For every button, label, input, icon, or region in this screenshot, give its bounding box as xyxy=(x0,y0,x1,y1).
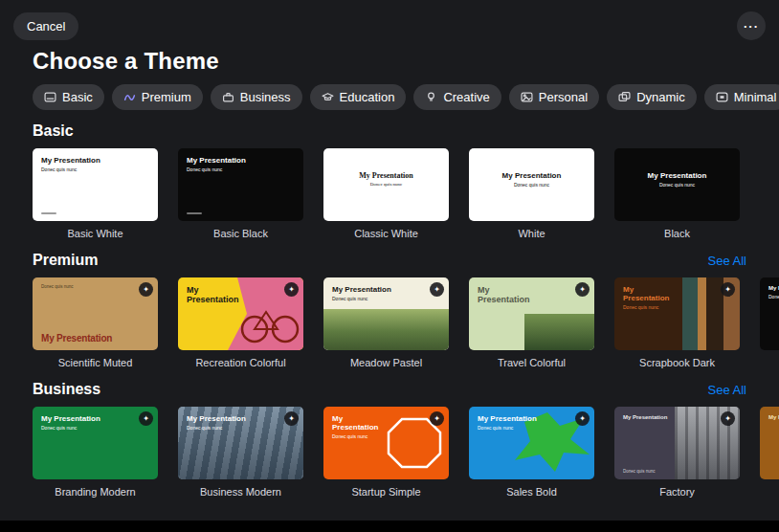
card-text: My Presentation Donec quis nunc xyxy=(329,171,443,188)
theme-card-meadow-pastel[interactable]: My Presentation Donec quis nunc ✦ xyxy=(323,277,449,350)
theme-item[interactable]: My Presentation Donec quis nunc ✦ Meadow… xyxy=(323,277,449,368)
card-text: My Presentation xyxy=(768,414,779,421)
theme-item[interactable]: My Presentation Donec quis nunc ✦ Startu… xyxy=(323,407,449,498)
page-title: Choose a Theme xyxy=(33,48,779,75)
theme-card-basic-black[interactable]: My Presentation Donec quis nunc xyxy=(178,148,303,221)
chip-label: Dynamic xyxy=(636,90,685,104)
theme-card-partial[interactable]: My Presentation ✦ xyxy=(760,407,779,479)
theme-card-partial[interactable]: My Presentation Donec quis nunc xyxy=(760,277,779,350)
theme-card-factory[interactable]: My Presentation Donec quis nunc ✦ xyxy=(614,407,740,479)
section-title: Basic xyxy=(33,122,74,140)
theme-item[interactable]: My Presentation Donec quis nunc Black xyxy=(614,148,740,239)
premium-star-badge: ✦ xyxy=(284,282,299,297)
top-bar: Cancel ··· xyxy=(0,0,779,40)
card-subtitle: Donec quis nunc xyxy=(623,304,679,310)
lightbulb-icon xyxy=(425,91,437,103)
theme-item[interactable]: Donec quis nunc My Presentation ✦ Scient… xyxy=(33,277,158,368)
card-subtitle: Donec quis nunc xyxy=(41,166,149,172)
theme-card-startup-simple[interactable]: My Presentation Donec quis nunc ✦ xyxy=(323,407,449,479)
see-all-link-business[interactable]: See All xyxy=(708,383,746,397)
theme-row-basic: My Presentation Donec quis nunc Basic Wh… xyxy=(0,148,779,239)
card-title: My Presentation xyxy=(187,414,295,423)
travel-photo-graphic xyxy=(524,314,594,350)
theme-item[interactable]: My Presentation Donec quis nunc Basic Wh… xyxy=(33,148,158,239)
card-title: My Presentation xyxy=(768,285,779,292)
card-title: My Presentation xyxy=(41,156,149,165)
card-text: My Presentation Donec quis nunc xyxy=(332,285,440,301)
filter-chip-basic[interactable]: Basic xyxy=(33,84,104,110)
filter-chip-minimal[interactable]: Minimal xyxy=(704,84,779,110)
section-basic: Basic My Presentation Donec quis nunc Ba… xyxy=(0,122,779,239)
card-title: My Presentation xyxy=(475,171,589,180)
theme-card-sales-bold[interactable]: My Presentation Donec quis nunc ✦ xyxy=(469,407,594,479)
card-subtitle: Donec quis nunc xyxy=(332,433,389,439)
card-text: My Presentation Donec quis nunc xyxy=(475,171,589,188)
premium-squiggle-icon xyxy=(123,91,136,103)
theme-row-business: My Presentation Donec quis nunc ✦ Brandi… xyxy=(0,407,779,498)
card-title: My Presentation xyxy=(332,285,440,294)
briefcase-icon xyxy=(222,91,234,103)
filter-chip-row: Basic Premium Business Education Creativ… xyxy=(33,84,779,110)
card-title: My Presentation xyxy=(41,333,112,344)
theme-card-business-modern[interactable]: My Presentation Donec quis nunc ✦ xyxy=(178,407,303,479)
theme-name: Sales Bold xyxy=(469,486,594,498)
theme-card-travel-colorful[interactable]: My Presentation ✦ xyxy=(469,277,594,350)
theme-card-recreation-colorful[interactable]: My Presentation ✦ xyxy=(178,277,303,350)
card-text: My Presentation Donec quis nunc xyxy=(620,171,734,188)
filter-chip-business[interactable]: Business xyxy=(211,84,302,110)
theme-item[interactable]: My Presentation ✦ Recreation Colorful xyxy=(178,277,303,368)
premium-star-badge: ✦ xyxy=(575,282,590,297)
theme-name: Meadow Pastel xyxy=(323,357,449,368)
card-subtitle: Donec quis nunc xyxy=(332,296,440,301)
card-subtitle: Donec quis nunc xyxy=(475,182,589,188)
card-text: My Presentation Donec quis nunc xyxy=(41,156,149,172)
card-text: My Presentation xyxy=(187,285,243,305)
theme-item[interactable]: My Presentation Donec quis nunc ✦ Brandi… xyxy=(33,407,158,498)
theme-item-partial[interactable]: My Presentation ✦ xyxy=(760,407,779,498)
see-all-link-premium[interactable]: See All xyxy=(708,254,746,268)
theme-name: Scrapbook Dark xyxy=(614,357,740,368)
card-title: My Presentation xyxy=(41,414,149,423)
theme-item[interactable]: My Presentation Donec quis nunc ✦ Scrapb… xyxy=(614,277,740,368)
photo-icon xyxy=(521,91,533,103)
layers-icon xyxy=(618,91,631,103)
theme-item[interactable]: My Presentation Donec quis nunc ✦ Sales … xyxy=(469,407,594,498)
chip-label: Education xyxy=(340,90,395,104)
theme-name: Black xyxy=(614,228,740,239)
theme-card-branding-modern[interactable]: My Presentation Donec quis nunc ✦ xyxy=(33,407,158,479)
chip-label: Business xyxy=(240,90,291,104)
theme-item[interactable]: My Presentation Donec quis nunc ✦ Busine… xyxy=(178,407,303,498)
more-options-button[interactable]: ··· xyxy=(737,11,766,40)
filter-chip-creative[interactable]: Creative xyxy=(413,84,501,110)
theme-name: Business Modern xyxy=(178,486,303,498)
theme-card-basic-white[interactable]: My Presentation Donec quis nunc xyxy=(33,148,158,221)
theme-item[interactable]: My Presentation Donec quis nunc White xyxy=(469,148,594,239)
theme-card-black[interactable]: My Presentation Donec quis nunc xyxy=(614,148,740,221)
filter-chip-education[interactable]: Education xyxy=(310,84,407,110)
chip-label: Minimal xyxy=(734,90,777,104)
theme-card-scrapbook-dark[interactable]: My Presentation Donec quis nunc ✦ xyxy=(614,277,740,350)
graduation-cap-icon xyxy=(322,91,334,103)
filter-chip-dynamic[interactable]: Dynamic xyxy=(607,84,697,110)
card-subtitle: Donec quis nunc xyxy=(187,425,295,431)
theme-card-classic-white[interactable]: My Presentation Donec quis nunc xyxy=(323,148,449,221)
theme-name: Branding Modern xyxy=(33,486,158,498)
card-text: My Presentation Donec quis nunc xyxy=(41,414,149,431)
theme-card-scientific-muted[interactable]: Donec quis nunc My Presentation ✦ xyxy=(33,277,158,350)
section-business: Business See All My Presentation Donec q… xyxy=(0,381,779,498)
card-title: My Presentation xyxy=(187,156,295,165)
premium-star-badge: ✦ xyxy=(139,411,153,426)
filter-chip-premium[interactable]: Premium xyxy=(112,84,203,110)
cancel-button[interactable]: Cancel xyxy=(13,12,78,40)
card-title: My Presentation xyxy=(332,414,389,432)
filter-chip-personal[interactable]: Personal xyxy=(509,84,599,110)
theme-card-white[interactable]: My Presentation Donec quis nunc xyxy=(469,148,594,221)
theme-item[interactable]: My Presentation ✦ Travel Colorful xyxy=(469,277,594,368)
theme-item-partial[interactable]: My Presentation Donec quis nunc xyxy=(760,277,779,368)
theme-item[interactable]: My Presentation Donec quis nunc ✦ Factor… xyxy=(614,407,740,498)
card-subtitle: Donec quis nunc xyxy=(329,182,443,188)
frame-icon xyxy=(716,91,728,103)
theme-name: Factory xyxy=(614,486,740,498)
theme-item[interactable]: My Presentation Donec quis nunc Classic … xyxy=(323,148,449,239)
theme-item[interactable]: My Presentation Donec quis nunc Basic Bl… xyxy=(178,148,303,239)
